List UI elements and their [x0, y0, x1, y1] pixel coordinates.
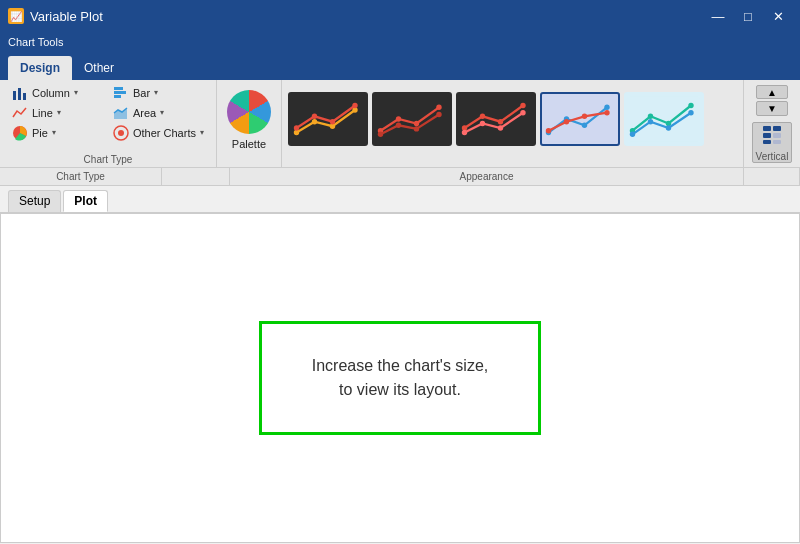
column-dropdown-arrow: ▾	[74, 88, 78, 97]
chart-size-message: Increase the chart's size, to view its l…	[259, 321, 541, 435]
appearance-bottom-label: Appearance	[230, 168, 744, 185]
svg-rect-58	[773, 133, 781, 138]
appearance-thumb-2[interactable]	[372, 92, 452, 146]
svg-point-32	[520, 102, 525, 107]
svg-point-24	[378, 131, 383, 136]
chart-type-section-label: Chart Type	[0, 154, 216, 165]
appearance-thumb-5[interactable]	[624, 92, 704, 146]
bar-dropdown-arrow: ▾	[154, 88, 158, 97]
svg-point-51	[630, 131, 635, 136]
svg-point-44	[582, 113, 587, 118]
svg-point-52	[648, 119, 653, 124]
svg-point-42	[546, 128, 551, 133]
svg-rect-28	[460, 96, 532, 141]
minimize-button[interactable]: —	[704, 5, 732, 27]
chart-type-bar[interactable]: Bar ▾	[109, 84, 208, 102]
column-chart-icon	[12, 85, 28, 101]
tab-other[interactable]: Other	[72, 56, 126, 80]
palette-section[interactable]: Palette	[217, 80, 282, 167]
svg-point-31	[498, 119, 503, 124]
pie-chart-icon	[12, 125, 28, 141]
column-label: Column	[32, 87, 70, 99]
chart-type-other[interactable]: Other Charts ▾	[109, 124, 208, 142]
svg-point-12	[312, 119, 317, 124]
svg-point-35	[498, 125, 503, 130]
scroll-down-button[interactable]: ▼	[756, 101, 788, 115]
svg-point-23	[436, 104, 441, 109]
chart-type-section: Column ▾ Bar ▾	[0, 80, 217, 167]
line-label: Line	[32, 107, 53, 119]
maximize-button[interactable]: □	[734, 5, 762, 27]
svg-point-34	[480, 120, 485, 125]
appearance-thumb-1[interactable]	[288, 92, 368, 146]
svg-point-26	[414, 126, 419, 131]
other-charts-dropdown-arrow: ▾	[200, 128, 204, 137]
svg-point-22	[414, 120, 419, 125]
area-label: Area	[133, 107, 156, 119]
svg-rect-59	[763, 140, 771, 144]
scroll-up-button[interactable]: ▲	[756, 85, 788, 99]
ribbon-body: Column ▾ Bar ▾	[0, 80, 800, 168]
svg-rect-1	[18, 88, 21, 100]
svg-point-17	[330, 119, 335, 124]
appearance-section	[282, 80, 744, 167]
chart-message-line1: Increase the chart's size,	[312, 354, 488, 378]
chart-type-pie[interactable]: Pie ▾	[8, 124, 107, 142]
bar-chart-icon	[113, 85, 129, 101]
vertical-label: Vertical	[756, 151, 789, 162]
svg-rect-19	[376, 96, 448, 141]
svg-rect-56	[773, 126, 781, 131]
line-dropdown-arrow: ▾	[57, 108, 61, 117]
tab-plot[interactable]: Plot	[63, 190, 108, 212]
svg-point-36	[520, 110, 525, 115]
app-icon: 📈	[8, 8, 24, 24]
appearance-thumb-4[interactable]	[540, 92, 620, 146]
pie-dropdown-arrow: ▾	[52, 128, 56, 137]
svg-point-16	[312, 113, 317, 118]
svg-point-40	[582, 122, 587, 127]
vertical-button[interactable]: Vertical	[752, 122, 792, 163]
svg-rect-2	[23, 93, 26, 100]
close-button[interactable]: ✕	[764, 5, 792, 27]
chart-message-line2: to view its layout.	[312, 378, 488, 402]
chart-type-line[interactable]: Line ▾	[8, 104, 107, 122]
svg-rect-5	[114, 95, 121, 98]
chart-type-column[interactable]: Column ▾	[8, 84, 107, 102]
bar-label: Bar	[133, 87, 150, 99]
chart-type-bottom-label: Chart Type	[0, 168, 162, 185]
other-charts-icon	[113, 125, 129, 141]
svg-rect-4	[114, 91, 126, 94]
svg-point-21	[396, 116, 401, 121]
svg-rect-60	[773, 140, 781, 144]
area-chart-icon	[113, 105, 129, 121]
svg-rect-57	[763, 133, 771, 138]
vertical-bottom-label	[744, 168, 800, 185]
svg-point-30	[480, 113, 485, 118]
chart-type-grid: Column ▾ Bar ▾	[8, 84, 208, 154]
ribbon-label-text: Chart Tools	[8, 36, 63, 48]
svg-point-33	[462, 129, 467, 134]
tab-design[interactable]: Design	[8, 56, 72, 80]
main-content-area: Increase the chart's size, to view its l…	[0, 213, 800, 543]
line-chart-icon	[12, 105, 28, 121]
svg-point-45	[604, 110, 609, 115]
appearance-thumb-3[interactable]	[456, 92, 536, 146]
title-bar-controls: — □ ✕	[704, 5, 792, 27]
palette-label: Palette	[232, 138, 266, 150]
svg-point-25	[396, 122, 401, 127]
svg-rect-55	[763, 126, 771, 131]
tab-setup[interactable]: Setup	[8, 190, 61, 212]
svg-rect-0	[13, 91, 16, 100]
title-bar-left: 📈 Variable Plot	[8, 8, 103, 24]
svg-rect-3	[114, 87, 123, 90]
svg-point-48	[648, 113, 653, 118]
chart-type-area[interactable]: Area ▾	[109, 104, 208, 122]
ribbon-tabs: Design Other	[0, 52, 800, 80]
ribbon-bottom-labels: Chart Type Appearance	[0, 168, 800, 186]
svg-point-41	[604, 104, 609, 109]
svg-rect-10	[292, 96, 364, 141]
svg-point-18	[352, 102, 357, 107]
svg-rect-46	[628, 96, 700, 141]
svg-point-54	[688, 110, 693, 115]
svg-rect-37	[544, 96, 616, 141]
